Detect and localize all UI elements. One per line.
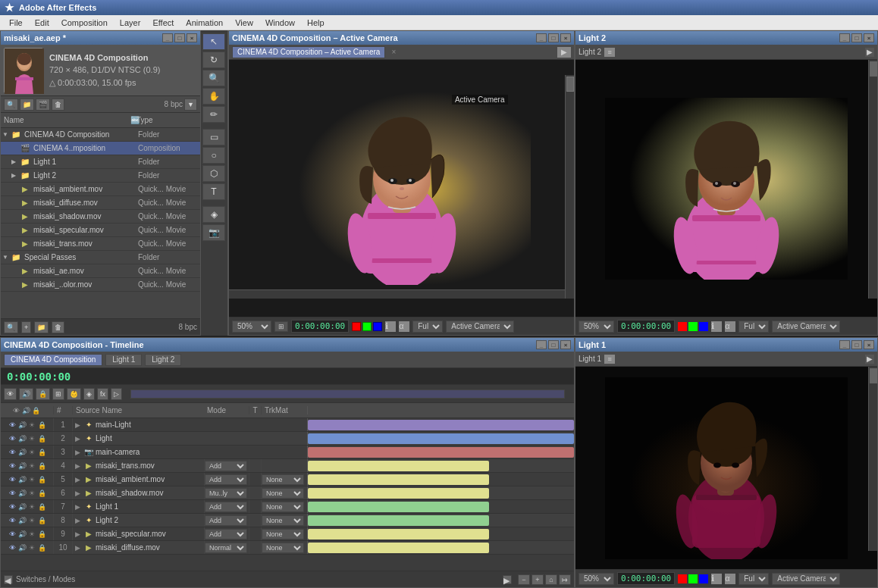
tl-next-btn[interactable]: ▶ xyxy=(503,575,512,584)
tool-text[interactable]: T xyxy=(202,183,225,200)
l2-alpha[interactable]: α xyxy=(725,321,735,332)
tl-tab-light1[interactable]: Light 1 xyxy=(105,354,142,366)
l1-camera[interactable]: Active Camera xyxy=(772,573,840,585)
light1-scroll-right[interactable]: ▶ xyxy=(865,355,874,364)
vis-eye-5[interactable]: 👁 xyxy=(8,475,17,484)
tree-item-trans[interactable]: ▶ misaki_trans.mov Quick... Movie xyxy=(1,237,200,251)
trkmat-sel-5[interactable]: None xyxy=(262,474,304,485)
vis-audio-6[interactable]: 🔊 xyxy=(17,489,27,498)
tl-zoom-out[interactable]: − xyxy=(518,574,530,585)
vis-audio-7[interactable]: 🔊 xyxy=(17,502,27,511)
tl-home-btn[interactable]: ⌂ xyxy=(545,574,557,585)
comp-tab-close[interactable]: × xyxy=(391,48,396,56)
vis-solo-9[interactable]: ☀ xyxy=(27,530,36,539)
statusbar-btn4[interactable]: 🗑 xyxy=(52,321,64,333)
vis-solo-10[interactable]: ☀ xyxy=(27,543,36,552)
l2-maximize[interactable]: □ xyxy=(851,33,862,42)
l1-close[interactable]: × xyxy=(864,340,874,349)
tool-custom[interactable]: ⬡ xyxy=(202,165,225,182)
tl-quality-btn[interactable]: ◈ xyxy=(83,388,95,400)
l1-alpha[interactable]: α xyxy=(725,574,735,584)
comp-maximize[interactable]: □ xyxy=(548,33,559,42)
l1-quality[interactable]: Full xyxy=(738,573,769,585)
mode-sel-6[interactable]: Mu..ly xyxy=(205,488,247,499)
track-expand-4[interactable]: ▶ xyxy=(73,461,82,471)
vis-eye-4[interactable]: 👁 xyxy=(8,461,17,471)
red-channel[interactable] xyxy=(352,322,361,331)
zoom-select[interactable]: 50%100%200% xyxy=(232,321,271,333)
tl-lock-btn[interactable]: 🔒 xyxy=(36,388,50,400)
new-comp-btn[interactable]: 🎬 xyxy=(36,99,50,111)
comp-alpha-btn[interactable]: α xyxy=(399,321,409,332)
camera-select[interactable]: Active Camera xyxy=(446,321,514,333)
mode-sel-5[interactable]: Add xyxy=(205,474,247,485)
tl-work-area[interactable] xyxy=(130,389,565,399)
minimize-button[interactable]: _ xyxy=(162,33,173,42)
tl-end-btn[interactable]: ↦ xyxy=(559,574,571,585)
comp-close[interactable]: × xyxy=(560,33,571,42)
comp-scroll-right[interactable]: ▶ xyxy=(557,47,571,58)
l2-green[interactable] xyxy=(688,322,698,331)
tool-camera[interactable]: 📷 xyxy=(202,224,225,241)
vis-audio-3[interactable]: 🔊 xyxy=(17,448,27,457)
mode-sel-8[interactable]: Add xyxy=(205,515,247,526)
tl-minimize[interactable]: _ xyxy=(536,340,547,349)
menu-file[interactable]: File xyxy=(3,17,29,29)
l1-info[interactable]: ℹ xyxy=(711,574,722,584)
comp-info-btn[interactable]: ℹ xyxy=(385,321,396,332)
l2-zoom[interactable]: 50% xyxy=(579,321,614,333)
track-expand-6[interactable]: ▶ xyxy=(73,489,82,498)
tool-pin[interactable]: ◈ xyxy=(202,206,225,223)
vis-eye-7[interactable]: 👁 xyxy=(8,502,17,511)
tree-item-color[interactable]: ▶ misaki_..olor.mov Quick... Movie xyxy=(1,278,200,292)
vis-audio-2[interactable]: 🔊 xyxy=(17,434,27,443)
tl-collapse-btn[interactable]: ⊞ xyxy=(52,388,64,400)
statusbar-btn3[interactable]: 📁 xyxy=(34,321,49,333)
vis-solo-3[interactable]: ☀ xyxy=(27,448,36,457)
vis-eye-10[interactable]: 👁 xyxy=(8,543,17,552)
tree-item-cinema4d[interactable]: ▼ 📁 CINEMA 4D Composition Folder xyxy=(1,128,200,142)
tree-item-light2[interactable]: ▶ 📁 Light 2 Folder xyxy=(1,169,200,183)
l2-close[interactable]: × xyxy=(864,33,874,42)
vis-lock-5[interactable]: 🔒 xyxy=(37,475,46,484)
vis-lock-7[interactable]: 🔒 xyxy=(37,502,46,511)
vis-audio-1[interactable]: 🔊 xyxy=(17,421,27,430)
vis-eye-3[interactable]: 👁 xyxy=(8,448,17,457)
mode-sel-10[interactable]: Normal xyxy=(205,543,247,553)
vis-solo-5[interactable]: ☀ xyxy=(27,475,36,484)
vis-eye-9[interactable]: 👁 xyxy=(8,530,17,539)
bpc-btn[interactable]: ▼ xyxy=(184,99,197,111)
l1-green[interactable] xyxy=(688,574,698,583)
track-expand-10[interactable]: ▶ xyxy=(73,543,82,552)
vis-audio-5[interactable]: 🔊 xyxy=(17,475,27,484)
tl-zoom-in[interactable]: + xyxy=(532,574,544,585)
l1-blue[interactable] xyxy=(699,574,708,583)
comp-minimize[interactable]: _ xyxy=(536,33,547,42)
tl-effect-btn[interactable]: fx xyxy=(97,388,108,400)
search-btn[interactable]: 🔍 xyxy=(4,99,18,111)
l2-scrollbar-v[interactable] xyxy=(868,60,877,299)
statusbar-btn1[interactable]: 🔍 xyxy=(4,321,18,333)
mode-sel-9[interactable]: Add xyxy=(205,529,247,540)
vis-audio-9[interactable]: 🔊 xyxy=(17,530,27,539)
menu-layer[interactable]: Layer xyxy=(114,17,147,29)
l1-red[interactable] xyxy=(678,574,687,583)
trkmat-sel-8[interactable]: None xyxy=(262,515,304,526)
menu-animation[interactable]: Animation xyxy=(180,17,229,29)
vis-lock-1[interactable]: 🔒 xyxy=(37,421,46,430)
vis-audio-4[interactable]: 🔊 xyxy=(17,461,27,471)
track-expand-9[interactable]: ▶ xyxy=(73,530,82,539)
track-expand-5[interactable]: ▶ xyxy=(73,475,82,484)
track-expand-3[interactable]: ▶ xyxy=(73,448,82,457)
tl-tab-light2[interactable]: Light 2 xyxy=(145,354,181,366)
tree-item-light1[interactable]: ▶ 📁 Light 1 Folder xyxy=(1,155,200,169)
tl-audio-btn[interactable]: 🔊 xyxy=(19,388,33,400)
menu-help[interactable]: Help xyxy=(301,17,331,29)
tree-item-ae[interactable]: ▶ misaki_ae.mov Quick... Movie xyxy=(1,264,200,278)
vis-audio-8[interactable]: 🔊 xyxy=(17,516,27,525)
tl-solo-btn[interactable]: 👁 xyxy=(4,388,17,400)
menu-view[interactable]: View xyxy=(229,17,259,29)
vis-lock-10[interactable]: 🔒 xyxy=(37,543,46,552)
tool-select[interactable]: ↖ xyxy=(202,33,225,50)
tool-rect[interactable]: ▭ xyxy=(202,129,225,145)
